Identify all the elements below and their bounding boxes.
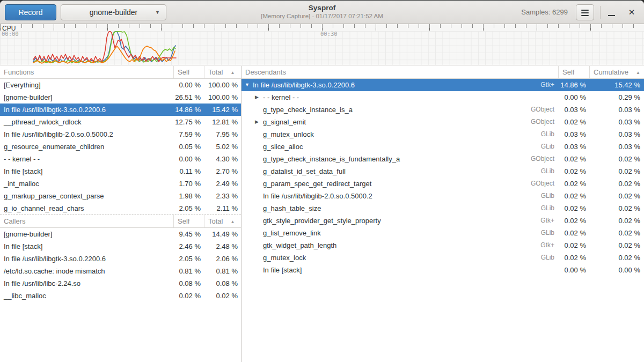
tree-row[interactable]: gtk_style_provider_get_style_propertyGtk… [241,215,644,227]
total-value: 100.00 % [204,91,241,104]
callers-self-column-header[interactable]: Self [173,215,204,227]
tree-row[interactable]: ▼In file /usr/lib/libgtk-3.so.0.2200.6Gt… [241,79,644,91]
descendants-tree: ▼In file /usr/lib/libgtk-3.so.0.2200.6Gt… [241,79,644,276]
library-badge: GLib [541,190,558,202]
callers-header: Callers Self Total▲ [0,215,241,228]
expander-spacer [255,239,263,252]
titlebar-separator [600,6,601,19]
tree-row[interactable]: g_type_check_instance_is_aGObject0.03 %0… [241,104,644,116]
descendant-name: g_type_check_instance_is_fundamentally_a [263,153,400,165]
descendant-name-cell: g_datalist_id_set_data_fullGLib [241,165,558,178]
total-value: 0.81 % [204,265,241,277]
descendants-column-header[interactable]: Descendants [241,66,558,78]
table-row[interactable]: In file [stack]0.11 %2.70 % [0,165,241,178]
minimize-button[interactable] [604,5,619,20]
self-value: 0.02 % [558,227,589,239]
function-name: [gnome-builder] [0,91,173,104]
table-row[interactable]: - - kernel - -0.00 %4.30 % [0,153,241,165]
descendant-name: g_slice_alloc [263,141,303,153]
tree-row[interactable]: In file /usr/lib/libglib-2.0.so.0.5000.2… [241,190,644,202]
table-row[interactable]: In file /usr/lib/libgtk-3.so.0.2200.614.… [0,104,241,116]
table-row[interactable]: In file /usr/lib/libgtk-3.so.0.2200.62.0… [0,253,241,265]
cumulative-value: 0.29 % [589,91,644,104]
tree-row[interactable]: g_mutex_lockGLib0.02 %0.02 % [241,252,644,264]
tree-indent [241,141,255,153]
table-row[interactable]: g_io_channel_read_chars2.05 %2.11 % [0,202,241,215]
table-row[interactable]: _int_malloc1.70 %2.49 % [0,178,241,190]
table-row[interactable]: In file /usr/lib/libglib-2.0.so.0.5000.2… [0,128,241,141]
descendants-self-column-header[interactable]: Self [558,66,589,78]
function-name: In file /usr/lib/libgtk-3.so.0.2200.6 [0,104,173,116]
descendant-name-cell: g_hash_table_sizeGLib [241,202,558,215]
self-value: 0.03 % [558,128,589,141]
tree-row[interactable]: g_type_check_instance_is_fundamentally_a… [241,153,644,165]
expander-open-icon[interactable]: ▼ [245,79,253,91]
tree-indent [241,165,255,178]
tree-row[interactable]: g_slice_allocGLib0.03 %0.03 % [241,141,644,153]
table-row[interactable]: [gnome-builder]9.45 %14.49 % [0,228,241,240]
callers-total-column-header[interactable]: Total▲ [204,215,241,227]
table-row[interactable]: g_markup_parse_context_parse1.98 %2.33 % [0,190,241,202]
callers-column-header[interactable]: Callers [0,215,173,227]
library-badge: GLib [541,202,558,215]
functions-total-column-header[interactable]: Total▲ [204,66,241,78]
library-badge: GLib [541,128,558,141]
cumulative-value: 0.02 % [589,239,644,252]
tree-row[interactable]: g_list_remove_linkGLib0.02 %0.02 % [241,227,644,239]
table-row[interactable]: [gnome-builder]26.51 %100.00 % [0,91,241,104]
table-row[interactable]: In file [stack]2.46 %2.48 % [0,240,241,253]
descendant-name-cell: g_list_remove_linkGLib [241,227,558,239]
tree-indent [241,178,255,190]
tree-row[interactable]: g_mutex_unlockGLib0.03 %0.03 % [241,128,644,141]
total-value: 4.30 % [204,153,241,165]
menu-button[interactable] [576,4,594,20]
tree-row[interactable]: g_param_spec_get_redirect_targetGObject0… [241,178,644,190]
expander-spacer [255,128,263,141]
function-name: [Everything] [0,79,173,91]
descendant-name: g_mutex_unlock [263,128,314,141]
tree-row[interactable]: ▶g_signal_emitGObject0.02 %0.03 % [241,116,644,128]
table-row[interactable]: In file /usr/lib/libc-2.24.so0.08 %0.08 … [0,277,241,290]
cpu-blue-line [33,32,175,62]
table-row[interactable]: g_resource_enumerate_children0.05 %5.02 … [0,141,241,153]
table-row[interactable]: __libc_malloc0.02 %0.02 % [0,290,241,302]
functions-self-column-header[interactable]: Self [173,66,204,78]
self-value: 0.08 % [173,277,204,290]
expander-closed-icon[interactable]: ▶ [255,116,263,128]
tree-row[interactable]: gtk_widget_path_lengthGtk+0.02 %0.02 % [241,239,644,252]
self-value: 2.05 % [173,202,204,215]
tree-indent [241,153,255,165]
tree-indent [241,91,255,104]
descendants-cumulative-column-header[interactable]: Cumulative▲ [589,66,644,78]
tree-row[interactable]: In file [stack]0.00 %0.00 % [241,264,644,276]
tree-row[interactable]: g_hash_table_sizeGLib0.02 %0.02 % [241,202,644,215]
descendant-name-cell: g_mutex_unlockGLib [241,128,558,141]
self-value: 0.02 % [558,252,589,264]
callers-list: [gnome-builder]9.45 %14.49 %In file [sta… [0,228,241,302]
minimize-icon [608,15,615,16]
samples-count: Samples: 6299 [521,1,568,24]
self-value: 0.81 % [173,265,204,277]
table-row[interactable]: [Everything]0.00 %100.00 % [0,79,241,91]
tree-indent [241,227,255,239]
total-value: 0.08 % [204,277,241,290]
record-button[interactable]: Record [5,4,56,20]
cumulative-value: 0.02 % [589,178,644,190]
expander-closed-icon[interactable]: ▶ [255,91,263,104]
functions-column-header[interactable]: Functions [0,66,173,78]
descendant-name-cell: ▶g_signal_emitGObject [241,116,558,128]
title-block: Sysprof [Memory Capture] - 01/17/2017 07… [177,1,467,24]
cumulative-value: 0.02 % [589,153,644,165]
table-row[interactable]: /etc/ld.so.cache: inode mismatch0.81 %0.… [0,265,241,277]
process-selector-dropdown[interactable]: gnome-builder ▼ [61,4,166,20]
tree-row[interactable]: ▶- - kernel - -0.00 %0.29 % [241,91,644,104]
window-title: Sysprof [177,4,467,12]
main-content: Functions Self Total▲ [Everything]0.00 %… [0,66,644,362]
tree-row[interactable]: g_datalist_id_set_data_fullGLib0.02 %0.0… [241,165,644,178]
table-row[interactable]: __pthread_rwlock_rdlock12.75 %12.81 % [0,116,241,128]
function-name: _int_malloc [0,178,173,190]
self-value: 0.02 % [558,116,589,128]
function-name: In file [stack] [0,240,173,253]
descendant-name: - - kernel - - [263,91,299,104]
close-button[interactable]: ✕ [624,5,639,20]
